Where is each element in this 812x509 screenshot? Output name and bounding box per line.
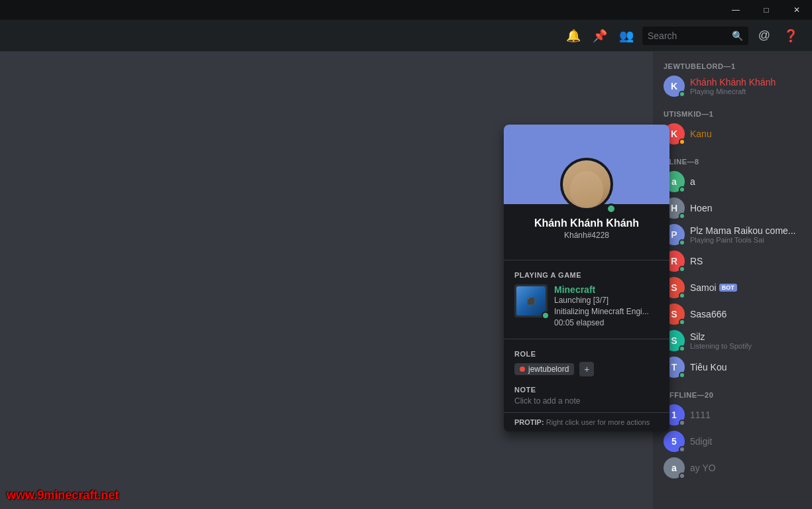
member-item[interactable]: 11111 xyxy=(658,402,807,428)
member-status-dot xyxy=(679,139,685,145)
topbar: 🔔 📌 👥 🔍 @ ❓ xyxy=(0,20,812,52)
member-status-dot xyxy=(679,186,685,193)
member-name: 1111 xyxy=(690,410,711,420)
member-name: Plz Mama Raikou come... xyxy=(690,225,796,236)
member-name: Hoen xyxy=(690,203,712,213)
popup-banner xyxy=(504,125,669,204)
game-details: Minecraft Launching [3/7] Initializing M… xyxy=(554,284,649,328)
maximize-button[interactable]: □ xyxy=(751,0,782,20)
member-item[interactable]: aay YO xyxy=(658,455,807,481)
popup-divider xyxy=(504,260,669,260)
bell-icon[interactable]: 🔔 xyxy=(563,25,584,46)
game-status-dot xyxy=(542,311,550,319)
member-item[interactable]: KKhánh Khánh KhánhPlaying Minecraft xyxy=(658,73,807,99)
member-status-dot xyxy=(679,446,685,453)
avatar-face xyxy=(563,158,610,211)
member-name: RS xyxy=(690,256,703,266)
right-sidebar: JEWTUBELORD—1KKhánh Khánh KhánhPlaying M… xyxy=(653,52,812,509)
member-group-header: UTISMKID—1 xyxy=(653,99,812,121)
member-name: Silz xyxy=(690,331,752,342)
member-item[interactable]: 55digit xyxy=(658,428,807,455)
popup-tag: Khánh#4228 xyxy=(514,231,659,240)
member-status-dot xyxy=(679,420,685,426)
member-item[interactable]: SSilzListening to Spotify xyxy=(658,327,807,354)
member-item[interactable]: RRS xyxy=(658,248,807,274)
role-label: ROLE xyxy=(514,350,659,358)
mention-icon[interactable]: @ xyxy=(754,25,775,46)
titlebar: — □ ✕ xyxy=(0,0,812,20)
user-popup: Khánh Khánh Khánh Khánh#4228 PLAYING A G… xyxy=(504,125,669,431)
protip-label: PROTIP: xyxy=(514,418,544,426)
member-status-dot xyxy=(679,319,685,325)
member-name: Kanu xyxy=(690,129,712,139)
help-icon[interactable]: ❓ xyxy=(780,25,801,46)
member-status-dot xyxy=(679,473,685,479)
popup-divider-2 xyxy=(504,339,669,339)
member-status-dot xyxy=(679,345,685,352)
member-item[interactable]: PPlz Mama Raikou come...Playing Paint To… xyxy=(658,221,807,248)
content-area: www.9minecraft.net Khánh Khánh Khánh Khá… xyxy=(0,52,653,509)
member-group-header: JEWTUBELORD—1 xyxy=(653,52,812,73)
game-detail-2: Initializing Minecraft Engi... xyxy=(554,306,649,317)
member-status-dot xyxy=(679,213,685,219)
game-section-title: PLAYING A GAME xyxy=(514,271,659,279)
popup-avatar-container xyxy=(560,158,613,211)
popup-avatar xyxy=(560,158,613,211)
member-item[interactable]: KKanu xyxy=(658,121,807,147)
close-button[interactable]: ✕ xyxy=(782,0,812,20)
member-sub: Playing Paint Tools Sai xyxy=(690,236,796,244)
member-item[interactable]: HHoen xyxy=(658,195,807,221)
member-status-dot xyxy=(679,292,685,299)
search-icon: 🔍 xyxy=(732,30,743,41)
note-section: NOTE Click to add a note xyxy=(504,382,669,412)
member-name: Sasa666 xyxy=(690,309,726,319)
game-elapsed: 00:05 elapsed xyxy=(554,317,649,329)
member-item[interactable]: aa xyxy=(658,168,807,195)
watermark: www.9minecraft.net xyxy=(7,488,119,502)
member-name: 5digit xyxy=(690,436,712,447)
member-group-header: NLINE—8 xyxy=(653,147,812,168)
bot-badge: BOT xyxy=(719,284,737,292)
member-sub: Playing Minecraft xyxy=(690,87,776,95)
window-controls: — □ ✕ xyxy=(721,0,812,20)
role-section: ROLE jewtubelord + xyxy=(504,345,669,382)
friends-icon[interactable]: 👥 xyxy=(616,25,637,46)
member-name: Tiêu Kou xyxy=(690,362,727,372)
popup-game-section: PLAYING A GAME ⬛ Minecraft Launching [3/… xyxy=(504,266,669,333)
member-item[interactable]: SSasa666 xyxy=(658,301,807,327)
member-item[interactable]: SSamoiBOT xyxy=(658,274,807,301)
add-role-button[interactable]: + xyxy=(579,362,594,376)
member-status-dot xyxy=(679,91,685,97)
game-icon: ⬛ xyxy=(514,284,548,317)
member-sub: Listening to Spotify xyxy=(690,342,752,350)
member-status-dot xyxy=(679,372,685,378)
note-label: NOTE xyxy=(514,386,659,394)
popup-username: Khánh Khánh Khánh xyxy=(514,217,659,229)
protip-text: Right click user for more actions xyxy=(546,418,650,426)
member-name: Khánh Khánh Khánh xyxy=(690,77,776,87)
protip: PROTIP: Right click user for more action… xyxy=(504,412,669,431)
role-name: jewtubelord xyxy=(528,365,569,374)
member-item[interactable]: TTiêu Kou xyxy=(658,354,807,380)
role-color-dot xyxy=(520,367,525,372)
bookmark-icon[interactable]: 📌 xyxy=(589,25,610,46)
member-status-dot xyxy=(679,266,685,272)
game-info: ⬛ Minecraft Launching [3/7] Initializing… xyxy=(514,284,659,328)
search-input[interactable] xyxy=(648,30,728,41)
main-layout: www.9minecraft.net Khánh Khánh Khánh Khá… xyxy=(0,52,812,509)
note-input[interactable]: Click to add a note xyxy=(514,396,659,406)
game-icon-inner: ⬛ xyxy=(516,286,546,315)
search-bar[interactable]: 🔍 xyxy=(642,27,748,45)
game-name: Minecraft xyxy=(554,284,649,295)
game-detail-1: Launching [3/7] xyxy=(554,295,649,306)
member-name: Samoi xyxy=(690,282,717,293)
member-group-header: OFFLINE—20 xyxy=(653,380,812,402)
member-name: ay YO xyxy=(690,463,716,473)
member-status-dot xyxy=(679,239,685,246)
role-tag[interactable]: jewtubelord xyxy=(514,363,574,375)
member-name: a xyxy=(690,176,695,187)
popup-body: Khánh Khánh Khánh Khánh#4228 xyxy=(504,204,669,254)
avatar-online-status xyxy=(606,203,613,211)
minimize-button[interactable]: — xyxy=(721,0,751,20)
